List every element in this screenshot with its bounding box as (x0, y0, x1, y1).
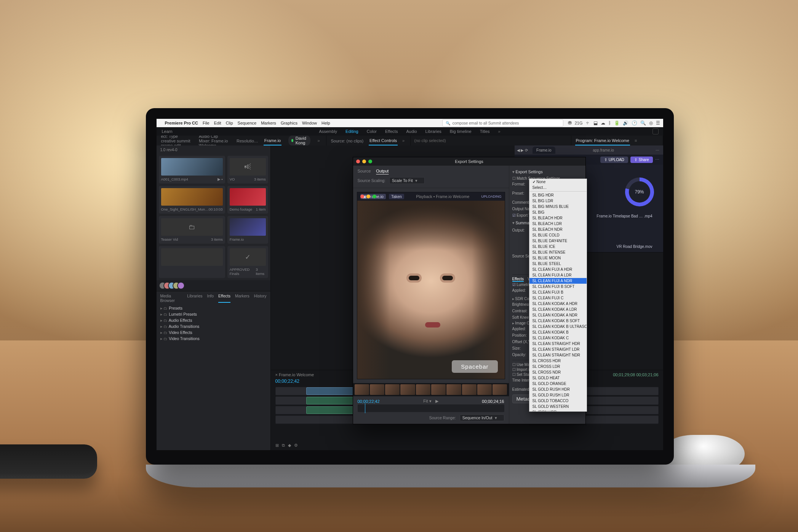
lut-option[interactable]: None (529, 179, 587, 185)
lut-option[interactable]: SL BIG LDR (529, 198, 587, 204)
exp-tab-source[interactable]: Source (358, 169, 371, 173)
lut-option[interactable]: SL CLEAN STRAIGHT LDR (529, 347, 587, 352)
upload-file-1[interactable]: Frame.io Timelapse Bad … .mp4 (597, 214, 652, 218)
lut-option[interactable]: SL GOLD RUSH LDR (529, 392, 587, 398)
lut-option[interactable]: SL BLUE INTENSE (529, 249, 587, 255)
fx-tab-effects[interactable]: Effects (218, 294, 230, 303)
lut-option[interactable]: SL GOLD RUSH HDR (529, 387, 587, 392)
tray-siri-icon[interactable]: ◎ (649, 120, 653, 126)
project-clip-6[interactable] (159, 246, 225, 278)
tl-snap-icon[interactable]: ⊞ (275, 443, 279, 448)
tray-spotlight-icon[interactable]: 🔍 (640, 120, 646, 126)
lut-option[interactable]: SL CLEAN FUJI A LDR (529, 272, 587, 278)
project-bin-4[interactable]: 🗀Teaser Vid3 items (159, 216, 225, 244)
lut-option[interactable]: SL CROSS HDR (529, 358, 587, 364)
tray-battery-icon[interactable]: 🔋 (614, 120, 620, 126)
ws-assembly[interactable]: Assembly (319, 129, 337, 134)
tray-vol-icon[interactable]: 🔊 (623, 120, 628, 126)
lut-option[interactable]: SL BLEACH LDR (529, 221, 587, 227)
lut-option[interactable]: SL GOLD ORANGE (529, 381, 587, 387)
ec-overflow[interactable]: » (402, 138, 405, 143)
project-bin-1[interactable]: 🕬VO3 items (227, 156, 268, 184)
ws-audio[interactable]: Audio (406, 129, 417, 134)
lut-option[interactable]: SL BLUE ICE (529, 244, 587, 249)
lut-option[interactable]: SL BLUE STEEL (529, 261, 587, 267)
lut-option[interactable]: SL CROSS LDR (529, 364, 587, 369)
fit-select[interactable]: Fit ▾ (423, 399, 431, 404)
lut-option[interactable]: SL CLEAN KODAK B SOFT (529, 318, 587, 324)
es-heading[interactable]: Export Settings (512, 168, 582, 176)
prog-overflow[interactable]: ≡ (635, 138, 637, 143)
transport-play-icon[interactable]: ▶ (435, 399, 438, 404)
fx-folder-0[interactable]: Presets (160, 306, 267, 310)
lut-option[interactable]: SL CLEAN KODAK B (529, 329, 587, 335)
fx-tab-markers[interactable]: Markers (235, 294, 249, 303)
menu-sequence[interactable]: Sequence (238, 121, 257, 125)
fx-folder-1[interactable]: Lumetri Presets (160, 312, 267, 316)
ws-editing[interactable]: Editing (345, 129, 358, 134)
lut-option[interactable]: SL CLEAN FUJI A NDR (529, 278, 587, 284)
tray-disk-icon[interactable]: ⛃ (568, 120, 572, 126)
export-titlebar[interactable]: Export Settings (353, 157, 585, 166)
lut-option[interactable]: SL BLUE DAY4NITE (529, 238, 587, 244)
ws-bigtimeline[interactable]: Big timeline (450, 129, 472, 134)
zoom-icon[interactable] (368, 160, 372, 163)
export-time-in[interactable]: 00;00;22;42 (358, 399, 380, 404)
lut-option[interactable]: SL BIG HDR (529, 192, 587, 198)
menu-clip[interactable]: Clip (226, 121, 233, 125)
exp-tab-output[interactable]: Output (376, 169, 389, 173)
tab-resolution[interactable]: Resolutio… (236, 136, 259, 145)
lut-option[interactable]: SL CLEAN STRAIGHT HDR (529, 341, 587, 347)
tab-effect-controls[interactable]: Effect Controls (369, 136, 398, 145)
fx-tab[interactable]: Effects (512, 277, 524, 282)
lut-option[interactable]: SL GOLD TOBACCO (529, 398, 587, 404)
tray-dropbox-icon[interactable]: ⬓ (593, 120, 598, 126)
ws-titles[interactable]: Titles (480, 129, 490, 134)
ws-effects[interactable]: Effects (385, 129, 398, 134)
project-clip-0[interactable]: A001_C003.mp4▶ ▪ (159, 156, 225, 184)
menu-edit[interactable]: Edit (214, 121, 221, 125)
tray-notif-icon[interactable]: ☰ (656, 120, 660, 126)
menu-window[interactable]: Window (302, 121, 317, 125)
lut-option[interactable]: SL GOLD HEAT (529, 375, 587, 381)
lut-option[interactable]: SL CROSS NDR (529, 369, 587, 375)
project-bin-7[interactable]: ✓APPROVED Finals3 items (227, 246, 268, 278)
tl-settings-icon[interactable]: ⚙ (294, 443, 298, 448)
project-clip-5[interactable]: Frame.io (227, 216, 268, 244)
lut-option[interactable]: SL CLEAN STRAIGHT NDR (529, 352, 587, 358)
browser-overflow-icon[interactable]: ⋯ (655, 157, 659, 162)
upload-button[interactable]: ⇧ UPLOAD (600, 157, 628, 163)
lut-option[interactable]: SL CLEAN FUJI A HDR (529, 267, 587, 272)
window-traffic-lights[interactable] (356, 160, 372, 163)
lut-option[interactable]: Select… (529, 185, 587, 192)
menu-markers[interactable]: Markers (261, 121, 276, 125)
fx-folder-2[interactable]: Audio Effects (160, 318, 267, 323)
ws-overflow[interactable]: » (498, 129, 501, 134)
spotlight-search[interactable]: 🔍 compose email to all Summit attendees (442, 119, 563, 127)
browser-menu-icon[interactable]: ⋯ (652, 148, 663, 152)
export-time-out[interactable]: 00;00;24;16 (482, 399, 504, 404)
lut-option[interactable]: SL CLEAN KODAK C (529, 335, 587, 341)
tray-bt-icon[interactable]: ᛒ (608, 120, 611, 126)
tray-wifi-icon[interactable]: ᯤ (586, 120, 590, 126)
lut-option[interactable]: SL CLEAN FUJI B (529, 289, 587, 295)
timeline-controls[interactable]: ⊞ ⧉ ◆ ⚙ (275, 443, 298, 448)
menu-help[interactable]: Help (321, 121, 330, 125)
frameio-user[interactable]: David Kong (288, 135, 310, 146)
preview-filmstrip[interactable] (353, 383, 509, 396)
tab-program[interactable]: Program: Frame.io Welcome (575, 136, 630, 145)
tray-clock-icon[interactable]: 🕑 (632, 120, 637, 126)
lut-option[interactable]: SL BIG MINUS BLUE (529, 204, 587, 209)
tray-cloud-icon[interactable]: ☁ (601, 120, 605, 126)
fx-tab-media[interactable]: Media Browser (160, 294, 183, 303)
lut-option[interactable]: SL CLEAN FUJI B SOFT (529, 284, 587, 289)
tab-source[interactable]: Source: (no clips) (330, 136, 365, 145)
project-clip-2[interactable]: One_Sight_ENGLISH_Mon…00:10:03 (159, 186, 225, 214)
lut-option[interactable]: SL CLEAN KODAK B ULTRASOFT (529, 324, 587, 329)
minimize-icon[interactable] (362, 160, 366, 163)
tab-frameio[interactable]: Frame.io (264, 136, 281, 145)
lut-option[interactable]: SL BLUE COLD (529, 232, 587, 238)
export-scrub-bar[interactable] (358, 404, 504, 412)
fx-folder-4[interactable]: Video Effects (160, 330, 267, 335)
lut-option[interactable]: SL CLEAN KODAK A LDR (529, 307, 587, 312)
